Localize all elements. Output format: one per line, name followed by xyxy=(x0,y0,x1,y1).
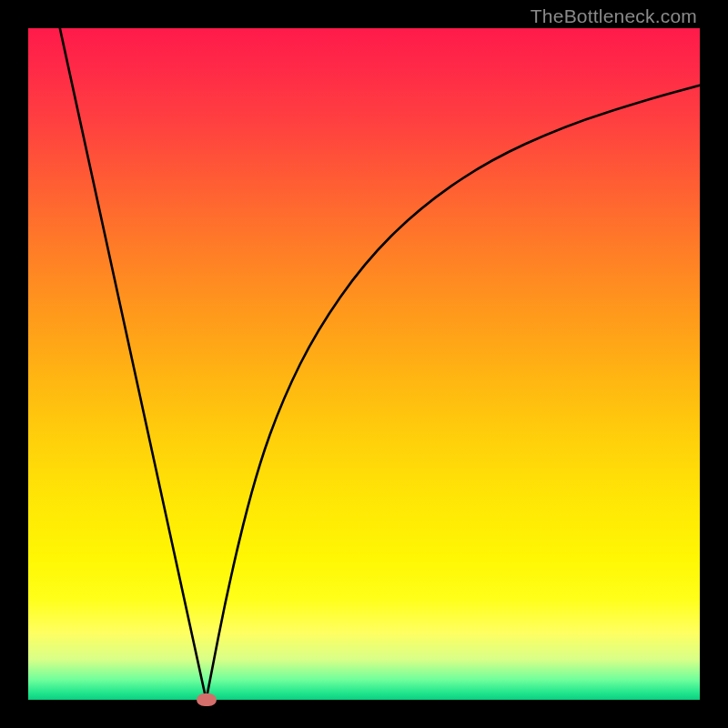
curve-path xyxy=(58,22,700,700)
minimum-marker xyxy=(197,693,217,706)
bottleneck-curve xyxy=(0,0,728,728)
